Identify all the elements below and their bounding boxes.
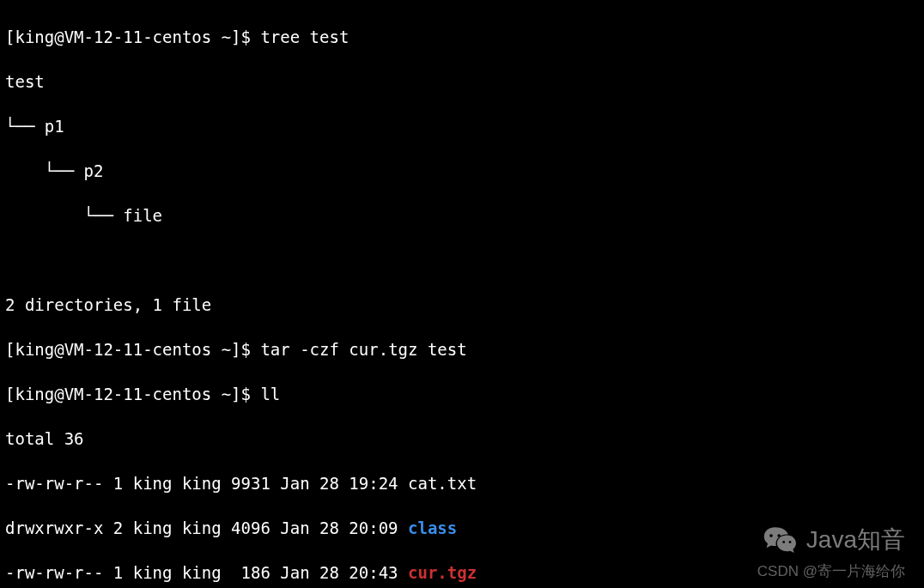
- cmd-tree-test: tree test: [260, 27, 349, 46]
- prompt-line[interactable]: [king@VM-12-11-centos ~]$ tree test: [5, 26, 919, 48]
- shell-prompt: [king@VM-12-11-centos ~]$: [5, 385, 260, 403]
- tree1-root: test: [5, 70, 919, 93]
- tree1-summary: 2 directories, 1 file: [5, 294, 919, 316]
- ll-row: -rw-rw-r-- 1 king king 9931 Jan 28 19:24…: [5, 472, 919, 494]
- dir-name: class: [408, 518, 457, 537]
- ll-row: -rw-rw-r-- 1 king king 186 Jan 28 20:43 …: [5, 561, 919, 584]
- terminal-output: [king@VM-12-11-centos ~]$ tree test test…: [0, 0, 924, 588]
- shell-prompt: [king@VM-12-11-centos ~]$: [5, 340, 260, 359]
- ll-header: total 36: [5, 427, 919, 450]
- tree1-l2: └── p2: [5, 160, 919, 182]
- cmd-ll: ll: [260, 385, 280, 403]
- archive-name: cur.tgz: [408, 563, 477, 582]
- prompt-line[interactable]: [king@VM-12-11-centos ~]$ tar -czf cur.t…: [5, 338, 919, 361]
- blank: [5, 249, 919, 271]
- tree1-l1: └── p1: [5, 115, 919, 137]
- cmd-tar-create: tar -czf cur.tgz test: [260, 340, 466, 359]
- shell-prompt: [king@VM-12-11-centos ~]$: [5, 27, 260, 46]
- tree1-l3: └── file: [5, 204, 919, 227]
- prompt-line[interactable]: [king@VM-12-11-centos ~]$ ll: [5, 383, 919, 405]
- ll-row: drwxrwxr-x 2 king king 4096 Jan 28 20:09…: [5, 517, 919, 539]
